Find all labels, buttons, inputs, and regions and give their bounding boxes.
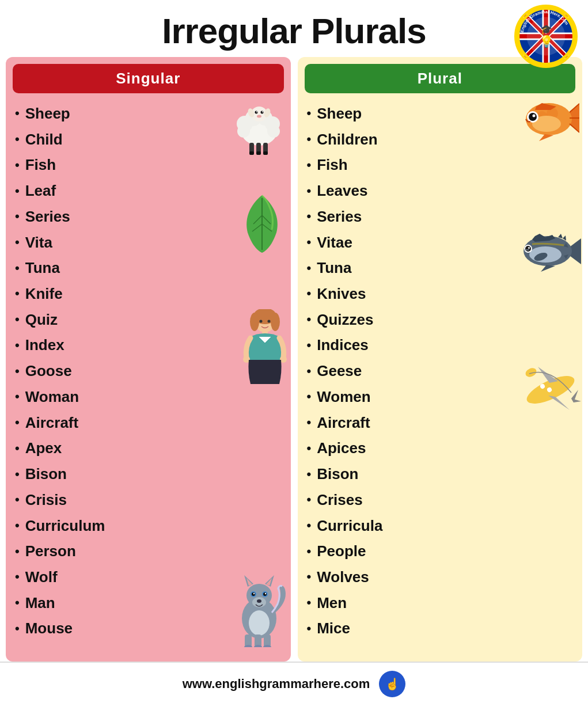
svg-text:☝: ☝ xyxy=(385,677,400,691)
list-item: Children xyxy=(307,127,574,153)
list-item: Man xyxy=(15,590,282,616)
list-item: Index xyxy=(15,332,282,358)
list-item: Wolf xyxy=(15,564,282,590)
singular-column: Singular xyxy=(6,57,291,662)
list-item: Goose xyxy=(15,358,282,384)
list-item: Curricula xyxy=(307,513,574,539)
list-item: Geese xyxy=(307,358,574,384)
plural-column: Plural xyxy=(298,57,583,662)
list-item: Fish xyxy=(15,152,282,178)
page-title: Irregular Plurals xyxy=(6,10,582,51)
list-item: Women xyxy=(307,384,574,410)
list-item: Vita xyxy=(15,230,282,256)
list-item: Tuna xyxy=(15,255,282,281)
list-item: Quizzes xyxy=(307,307,574,333)
logo-circle: 🎓 💡 English Grammar Here.Com xyxy=(514,5,578,68)
list-item: Series xyxy=(307,204,574,230)
list-item: Vitae xyxy=(307,230,574,256)
svg-text:🎓: 🎓 xyxy=(540,24,552,36)
list-item: Crisis xyxy=(15,487,282,513)
hand-button[interactable]: ☝ xyxy=(379,671,405,697)
footer: www.englishgrammarhere.com ☝ xyxy=(0,662,588,703)
list-item: Sheep xyxy=(307,101,574,127)
list-item: Wolves xyxy=(307,564,574,590)
svg-point-45 xyxy=(267,320,270,323)
svg-point-44 xyxy=(259,320,262,323)
list-item: Aircraft xyxy=(15,410,282,436)
list-item: Tuna xyxy=(307,255,574,281)
singular-header: Singular xyxy=(13,64,284,93)
list-item: Men xyxy=(307,590,574,616)
list-item: Curriculum xyxy=(15,513,282,539)
content-area: Singular xyxy=(0,57,588,662)
page-wrapper: Irregular Plurals xyxy=(0,0,588,703)
list-item: Knife xyxy=(15,281,282,307)
list-item: People xyxy=(307,538,574,564)
list-item: Mice xyxy=(307,615,574,641)
list-item: Woman xyxy=(15,384,282,410)
list-item: Leaves xyxy=(307,178,574,204)
list-item: Bison xyxy=(15,461,282,487)
list-item: Apex xyxy=(15,435,282,461)
svg-point-42 xyxy=(250,313,259,331)
list-item: Person xyxy=(15,538,282,564)
list-item: Sheep xyxy=(15,101,282,127)
list-item: Indices xyxy=(307,332,574,358)
header: Irregular Plurals xyxy=(0,0,588,57)
svg-text:💡: 💡 xyxy=(539,35,554,49)
plural-header: Plural xyxy=(305,64,576,93)
list-item: Aircraft xyxy=(307,410,574,436)
list-item: Child xyxy=(15,127,282,153)
list-item: Knives xyxy=(307,281,574,307)
list-item: Mouse xyxy=(15,615,282,641)
list-item: Crises xyxy=(307,487,574,513)
footer-url: www.englishgrammarhere.com xyxy=(183,677,370,691)
list-item: Fish xyxy=(307,152,574,178)
pointing-hand-icon: ☝ xyxy=(385,677,400,691)
list-item: Bison xyxy=(307,461,574,487)
svg-point-43 xyxy=(271,313,280,331)
list-item: Apices xyxy=(307,435,574,461)
list-item: Series xyxy=(15,204,282,230)
